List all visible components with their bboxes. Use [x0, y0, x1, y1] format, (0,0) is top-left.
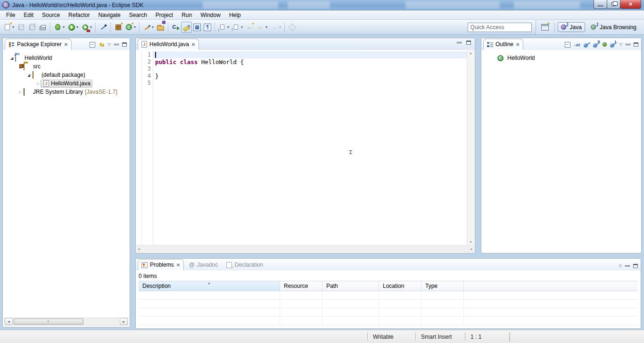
new-class-button[interactable]: C✦ ▾ [124, 22, 137, 33]
open-plugin-artifact-button[interactable] [155, 22, 166, 33]
editor-vscrollbar[interactable]: ▲ ▼ [467, 50, 474, 245]
close-icon[interactable]: ✕ [191, 42, 195, 47]
link-with-editor-icon[interactable]: ⇆ [99, 41, 105, 48]
status-drag-handle[interactable] [509, 333, 510, 341]
show-whitespace-button[interactable]: ¶ [202, 22, 213, 33]
mark-occurrences-button[interactable] [181, 22, 192, 33]
editor-tab-label[interactable]: HelloWorld.java [149, 41, 189, 48]
view-menu-icon[interactable]: ▽ [619, 42, 622, 47]
new-wizard-button[interactable]: ✦ ▾ [2, 22, 16, 33]
hide-fields-icon[interactable] [584, 41, 590, 48]
minimize-view-icon[interactable] [626, 44, 630, 45]
tree-label-jre[interactable]: JRE System Library [33, 89, 83, 95]
back-button[interactable]: ← ▾ [255, 22, 269, 33]
dropdown-icon[interactable]: ▾ [241, 25, 243, 29]
dropdown-icon[interactable]: ▾ [279, 25, 281, 29]
declaration-title[interactable]: Declaration [234, 261, 263, 268]
dropdown-icon[interactable]: ▾ [227, 25, 229, 29]
maximize-view-icon[interactable] [634, 42, 638, 47]
minimize-view-icon[interactable] [625, 265, 630, 267]
javadoc-title[interactable]: Javadoc [197, 261, 218, 268]
close-icon[interactable]: ✕ [64, 42, 68, 47]
code-line-2[interactable]: public class HelloWorld { [153, 58, 474, 65]
pen-slash-button[interactable] [98, 22, 108, 33]
open-task-button[interactable]: ▾ [141, 22, 155, 33]
tree-label-default-package[interactable]: (default package) [41, 72, 85, 78]
open-perspective-button[interactable]: ✦ [540, 22, 551, 33]
save-all-button[interactable] [26, 22, 37, 33]
menu-search[interactable]: Search [125, 11, 151, 19]
menu-source[interactable]: Source [38, 11, 64, 19]
tab-problems[interactable]: Problems ✕ [138, 259, 184, 270]
debug-button[interactable]: ▾ [52, 22, 66, 33]
sort-icon[interactable]: ↓az [574, 41, 580, 48]
print-button[interactable] [37, 22, 48, 33]
tree-label-file[interactable]: HelloWorld.java [51, 80, 91, 87]
scrollbar-thumb[interactable]: ≡ [14, 318, 83, 325]
menu-run[interactable]: Run [177, 11, 196, 19]
tab-outline[interactable]: Outline ✕ [483, 39, 523, 50]
maximize-view-icon[interactable] [633, 264, 638, 268]
run-button[interactable]: ▾ [66, 22, 80, 33]
hide-non-public-members-icon[interactable] [603, 42, 607, 47]
menu-project[interactable]: Project [151, 11, 177, 19]
forward-button[interactable]: → ▾ [269, 22, 282, 33]
quick-access-input[interactable] [468, 23, 532, 32]
show-selected-element-button[interactable]: ▤ [192, 22, 202, 33]
scroll-right-icon[interactable]: ► [120, 318, 128, 325]
outline-item-class[interactable]: C HelloWorld [481, 50, 641, 61]
menu-refactor[interactable]: Refactor [64, 11, 94, 19]
tree-label-src[interactable]: src [33, 63, 41, 70]
hide-local-types-icon[interactable]: L [610, 41, 616, 48]
collapse-all-icon[interactable]: − [90, 42, 95, 48]
collapse-all-icon[interactable]: − [565, 42, 570, 48]
dropdown-icon[interactable]: ▾ [152, 25, 154, 29]
tree-item-default-package[interactable]: ◢ (default package) [3, 71, 130, 79]
minimize-window-button[interactable] [594, 0, 607, 9]
type-hierarchy-button[interactable]: C [170, 22, 181, 33]
next-annotation-button[interactable]: ↓ ▾ [217, 22, 231, 33]
tree-item-src[interactable]: ◢ src [3, 62, 130, 71]
editor-body[interactable]: 1 2 3 4 5 public class HelloWorld { } [136, 50, 474, 245]
view-menu-icon[interactable]: ▽ [619, 264, 622, 268]
expanded-twisty-icon[interactable]: ◢ [9, 56, 14, 60]
code-line-1[interactable] [153, 51, 474, 58]
perspective-java-button[interactable]: J Java [558, 22, 585, 32]
column-description[interactable]: ▲ Description [139, 281, 280, 291]
code-line-4[interactable]: } [153, 73, 474, 80]
editor-hscrollbar[interactable]: ◄ ► [136, 245, 474, 253]
save-button[interactable] [16, 22, 26, 33]
code-area[interactable]: public class HelloWorld { } [153, 50, 474, 245]
close-icon[interactable]: ✕ [176, 262, 180, 268]
restore-window-button[interactable] [607, 0, 620, 9]
tree-item-file[interactable]: ▷ J HelloWorld.java [3, 79, 130, 88]
column-path[interactable]: Path [322, 281, 379, 291]
expanded-twisty-icon[interactable]: ◢ [26, 73, 31, 77]
pin-editor-button[interactable] [287, 22, 297, 33]
minimize-editor-icon[interactable] [457, 42, 462, 43]
new-java-project-button[interactable]: ✦ [113, 22, 124, 33]
menu-navigate[interactable]: Navigate [94, 11, 124, 19]
menu-help[interactable]: Help [225, 11, 245, 19]
column-type[interactable]: Type [421, 281, 464, 291]
tree-item-project[interactable]: ◢ HelloWorld [3, 54, 130, 62]
scroll-left-icon[interactable]: ◄ [5, 318, 13, 325]
dropdown-icon[interactable]: ▾ [90, 25, 92, 29]
view-menu-icon[interactable]: ▽ [108, 42, 111, 47]
tab-package-explorer[interactable]: Package Explorer ✕ [5, 39, 72, 50]
column-location[interactable]: Location [379, 281, 421, 291]
scroll-left-icon[interactable]: ◄ [137, 247, 140, 251]
collapsed-twisty-icon[interactable]: ▷ [18, 90, 23, 94]
code-line-3[interactable] [153, 65, 474, 73]
menu-window[interactable]: Window [196, 11, 225, 19]
minimize-view-icon[interactable] [114, 44, 119, 45]
dropdown-icon[interactable]: ▾ [63, 25, 65, 29]
tab-javadoc[interactable]: @ Javadoc [186, 259, 221, 270]
selected-tree-item[interactable]: J HelloWorld.java [41, 80, 92, 88]
previous-annotation-button[interactable]: ↑ ▾ [231, 22, 244, 33]
collapsed-twisty-icon[interactable]: ▷ [36, 82, 41, 86]
tree-label-project[interactable]: HelloWorld [25, 55, 52, 61]
tree-item-jre[interactable]: ▷ JRE System Library [JavaSE-1.7] [3, 88, 130, 96]
scroll-up-icon[interactable]: ▲ [468, 51, 473, 55]
close-icon[interactable]: ✕ [516, 42, 520, 47]
